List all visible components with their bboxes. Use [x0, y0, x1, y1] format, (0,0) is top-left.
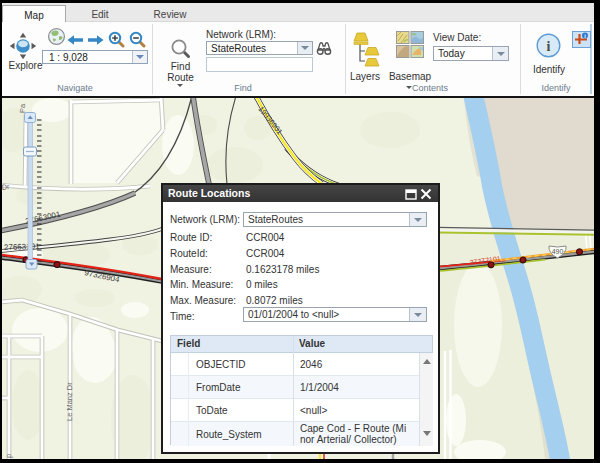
svg-text:27663101: 27663101: [4, 242, 40, 252]
svg-text:i: i: [547, 39, 551, 54]
svg-text:p: p: [4, 454, 13, 458]
svg-text:Pa: Pa: [18, 103, 27, 113]
svg-text:Le Manz Dr: Le Manz Dr: [65, 382, 74, 421]
svg-text:490: 490: [552, 248, 564, 255]
